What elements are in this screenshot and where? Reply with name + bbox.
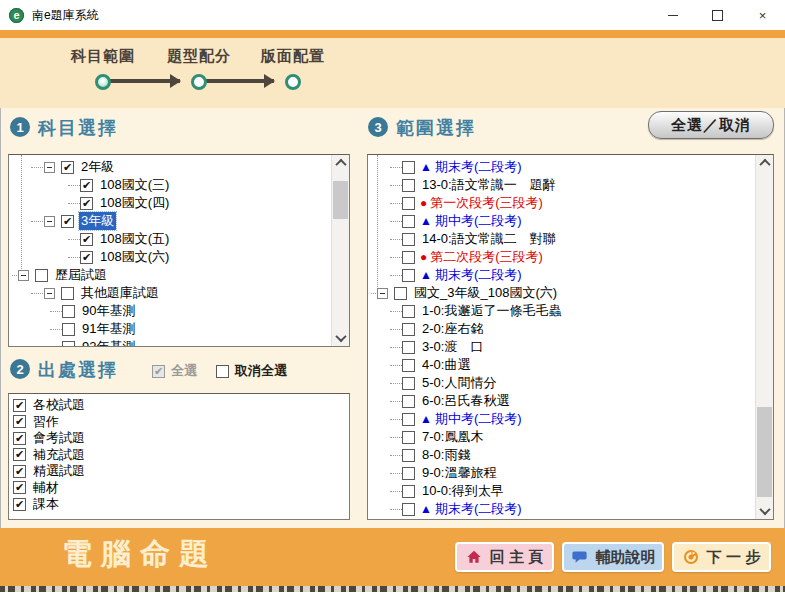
tree-label[interactable]: 2-0:座右銘: [420, 320, 485, 338]
tree-checkbox[interactable]: [402, 233, 415, 246]
tree-row[interactable]: 14-0:語文常識二 對聯: [369, 230, 755, 248]
tree-checkbox[interactable]: [402, 323, 415, 336]
tree-row[interactable]: 7-0:鳳凰木: [369, 428, 755, 446]
collapse-toggle-icon[interactable]: [377, 288, 388, 299]
tree-checkbox[interactable]: [402, 503, 415, 516]
tree-row[interactable]: 90年基測: [10, 302, 331, 320]
tree-row[interactable]: 4-0:曲選: [369, 356, 755, 374]
tree-checkbox[interactable]: [402, 467, 415, 480]
tree-label[interactable]: 92年基測: [80, 338, 137, 346]
tree-row[interactable]: 8-0:雨錢: [369, 446, 755, 464]
tree-row[interactable]: ✔108國文(六): [10, 248, 331, 266]
tree-label[interactable]: 3-0:渡 口: [420, 338, 485, 356]
tree-checkbox[interactable]: [402, 341, 415, 354]
tree-row[interactable]: ▲期末考(二段考): [369, 500, 755, 518]
tree-checkbox[interactable]: [402, 359, 415, 372]
source-item[interactable]: ✔各校試題: [9, 397, 349, 414]
tree-row[interactable]: ▲期末考(二段考): [369, 266, 755, 284]
source-checkbox[interactable]: ✔: [13, 498, 26, 511]
source-item[interactable]: ✔精選試題: [9, 463, 349, 480]
tree-row[interactable]: ▲期中考(二段考): [369, 212, 755, 230]
tree-label[interactable]: 90年基測: [80, 302, 137, 320]
tree-checkbox[interactable]: ✔: [80, 233, 93, 246]
tree-label[interactable]: 期末考(二段考): [433, 266, 524, 284]
tree-checkbox[interactable]: [402, 305, 415, 318]
tree-checkbox[interactable]: [402, 197, 415, 210]
tree-label[interactable]: 期末考(二段考): [433, 158, 524, 176]
tree-row[interactable]: 歷屆試題: [10, 266, 331, 284]
select-toggle-button[interactable]: 全選／取消: [648, 111, 774, 139]
tree-label[interactable]: 5-0:人間情分: [420, 374, 498, 392]
tree-row[interactable]: 1-0:我邂逅了一條毛毛蟲: [369, 302, 755, 320]
tree-checkbox[interactable]: [394, 287, 407, 300]
tree-checkbox[interactable]: [61, 287, 74, 300]
tree-label[interactable]: 108國文(六): [98, 248, 171, 266]
tree-label[interactable]: 第一次段考(三段考): [428, 194, 545, 212]
tree-checkbox[interactable]: [402, 449, 415, 462]
tree-row[interactable]: 6-0:呂氏春秋選: [369, 392, 755, 410]
source-checkbox[interactable]: ✔: [13, 415, 26, 428]
tree-label[interactable]: 6-0:呂氏春秋選: [420, 392, 511, 410]
tree-row[interactable]: 3-0:渡 口: [369, 338, 755, 356]
tree-label[interactable]: 7-0:鳳凰木: [420, 428, 485, 446]
collapse-toggle-icon[interactable]: [44, 216, 55, 227]
tree-label[interactable]: 91年基測: [80, 320, 137, 338]
tree-checkbox[interactable]: [402, 413, 415, 426]
tree-row[interactable]: ✔108國文(三): [10, 176, 331, 194]
tree-row[interactable]: ●第一次段考(三段考): [369, 194, 755, 212]
collapse-toggle-icon[interactable]: [44, 162, 55, 173]
tree-label[interactable]: 14-0:語文常識二 對聯: [420, 230, 558, 248]
tree-label[interactable]: 108國文(五): [98, 230, 171, 248]
tree-checkbox[interactable]: [62, 341, 75, 347]
source-item[interactable]: ✔補充試題: [9, 447, 349, 464]
tree-label[interactable]: 8-0:雨錢: [420, 446, 472, 464]
tree-label[interactable]: 2年級: [79, 158, 116, 176]
tree-label[interactable]: 期中考(二段考): [433, 212, 524, 230]
tree-checkbox[interactable]: [62, 305, 75, 318]
tree-label[interactable]: 其他題庫試題: [79, 284, 161, 302]
source-checkbox[interactable]: ✔: [13, 481, 26, 494]
source-checkbox[interactable]: ✔: [13, 448, 26, 461]
tree-label[interactable]: 期中考(二段考): [433, 410, 524, 428]
collapse-toggle-icon[interactable]: [18, 270, 29, 281]
scrollbar-thumb[interactable]: [757, 407, 772, 497]
source-checkbox[interactable]: ✔: [13, 465, 26, 478]
tree-checkbox[interactable]: [402, 377, 415, 390]
tree-label[interactable]: 期末考(二段考): [433, 500, 524, 518]
scroll-up-icon[interactable]: [332, 155, 349, 171]
tree-row[interactable]: 92年基測: [10, 338, 331, 346]
source-item[interactable]: ✔課本: [9, 496, 349, 513]
tree-checkbox[interactable]: [402, 161, 415, 174]
tree-label[interactable]: 108國文(四): [98, 194, 171, 212]
tree-label[interactable]: 13-0:語文常識一 題辭: [420, 176, 558, 194]
tree-checkbox[interactable]: [402, 431, 415, 444]
tree-label[interactable]: 歷屆試題: [53, 266, 109, 284]
help-button[interactable]: 輔助說明: [562, 542, 664, 572]
tree-row[interactable]: 2-0:座右銘: [369, 320, 755, 338]
scrollbar-thumb[interactable]: [333, 181, 348, 219]
tree-checkbox[interactable]: ✔: [61, 215, 74, 228]
tree-label[interactable]: 4-0:曲選: [420, 356, 472, 374]
collapse-toggle-icon[interactable]: [44, 288, 55, 299]
next-button[interactable]: 下 一 步: [672, 542, 771, 572]
source-checkbox[interactable]: ✔: [13, 399, 26, 412]
tree-checkbox[interactable]: [62, 323, 75, 336]
tree-checkbox[interactable]: ✔: [80, 197, 93, 210]
source-item[interactable]: ✔輔材: [9, 480, 349, 497]
tree-row[interactable]: ●第二次段考(三段考): [369, 248, 755, 266]
tree-row[interactable]: ✔2年級: [10, 158, 331, 176]
tree-checkbox[interactable]: [402, 215, 415, 228]
tree-row[interactable]: 13-0:語文常識一 題辭: [369, 176, 755, 194]
tree-label[interactable]: 3年級: [79, 212, 116, 230]
tree-row[interactable]: ▲期末考(二段考): [369, 158, 755, 176]
tree-row[interactable]: 9-0:溫馨旅程: [369, 464, 755, 482]
scroll-up-icon[interactable]: [756, 155, 773, 171]
tree-checkbox[interactable]: [402, 485, 415, 498]
tree-checkbox[interactable]: [402, 269, 415, 282]
tree-row[interactable]: ✔108國文(五): [10, 230, 331, 248]
tree-label[interactable]: 1-0:我邂逅了一條毛毛蟲: [420, 302, 563, 320]
tree-checkbox[interactable]: ✔: [61, 161, 74, 174]
tree-row[interactable]: ✔108國文(四): [10, 194, 331, 212]
deselect-all-checkbox[interactable]: 取消全選: [216, 362, 287, 380]
tree-checkbox[interactable]: [402, 251, 415, 264]
